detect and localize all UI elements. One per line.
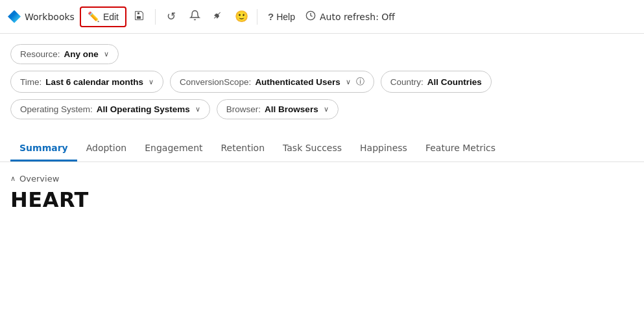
- auto-refresh-label: Auto refresh: Off: [320, 12, 395, 22]
- auto-refresh: Auto refresh: Off: [305, 10, 395, 23]
- browser-chevron-icon: ∨: [324, 105, 329, 113]
- bell-icon: [189, 10, 200, 23]
- tab-engagement[interactable]: Engagement: [136, 136, 211, 161]
- brand: Workbooks: [8, 10, 75, 23]
- conversion-scope-chevron-icon: ∨: [346, 78, 351, 86]
- overview-header[interactable]: ∧ Overview: [10, 174, 634, 184]
- tab-feature-metrics[interactable]: Feature Metrics: [416, 136, 505, 161]
- country-label: Country:: [390, 77, 423, 87]
- resource-filter[interactable]: Resource: Any one ∨: [10, 44, 119, 64]
- country-filter[interactable]: Country: All Countries: [381, 71, 492, 93]
- edit-button[interactable]: ✏️ Edit: [80, 6, 126, 27]
- tabs-bar: Summary Adoption Engagement Retention Ta…: [0, 136, 644, 162]
- resource-chevron-icon: ∨: [104, 50, 109, 58]
- tab-adoption[interactable]: Adoption: [77, 136, 136, 161]
- help-button[interactable]: ? Help: [263, 8, 300, 25]
- tab-retention[interactable]: Retention: [212, 136, 274, 161]
- filter-row-1: Resource: Any one ∨: [10, 44, 634, 64]
- edit-pencil-icon: ✏️: [88, 11, 100, 23]
- help-label: Help: [276, 12, 295, 22]
- time-label: Time:: [20, 77, 42, 87]
- time-value: Last 6 calendar months: [45, 77, 143, 87]
- toolbar-divider-2: [257, 9, 257, 25]
- brand-label: Workbooks: [25, 12, 75, 22]
- overview-label: Overview: [19, 174, 59, 184]
- notification-button[interactable]: [184, 6, 205, 27]
- history-icon: [305, 10, 316, 23]
- edit-label: Edit: [103, 12, 119, 22]
- time-filter[interactable]: Time: Last 6 calendar months ∨: [10, 71, 163, 93]
- save-icon: [134, 10, 145, 23]
- os-label: Operating System:: [20, 104, 93, 114]
- country-value: All Countries: [427, 77, 482, 87]
- save-button[interactable]: [129, 6, 150, 27]
- smiley-button[interactable]: 🙂: [231, 6, 252, 27]
- overview-chevron-icon: ∧: [10, 174, 16, 183]
- filter-row-2: Time: Last 6 calendar months ∨ Conversio…: [10, 71, 634, 93]
- toolbar-divider-1: [155, 9, 156, 25]
- os-chevron-icon: ∨: [195, 105, 200, 113]
- resource-value: Any one: [64, 49, 99, 59]
- os-filter[interactable]: Operating System: All Operating Systems …: [10, 99, 210, 119]
- filter-row-3: Operating System: All Operating Systems …: [10, 99, 634, 119]
- heart-title: HEART: [10, 187, 634, 212]
- question-icon: ?: [268, 11, 274, 22]
- time-chevron-icon: ∨: [149, 78, 154, 86]
- filters-area: Resource: Any one ∨ Time: Last 6 calenda…: [0, 34, 644, 131]
- browser-filter[interactable]: Browser: All Browsers ∨: [217, 99, 339, 119]
- pin-icon: [213, 10, 223, 23]
- smiley-icon: 🙂: [235, 10, 248, 23]
- conversion-scope-label: ConversionScope:: [180, 77, 251, 87]
- tab-summary[interactable]: Summary: [10, 136, 77, 161]
- resource-label: Resource:: [20, 49, 60, 59]
- browser-label: Browser:: [226, 104, 261, 114]
- conversion-scope-value: Authenticated Users: [255, 77, 340, 87]
- azure-icon: [8, 10, 21, 23]
- toolbar: Workbooks ✏️ Edit ↺ 🙂 ? Help Auto refre: [0, 0, 644, 34]
- content-area: ∧ Overview HEART: [0, 162, 644, 222]
- tab-task-success[interactable]: Task Success: [274, 136, 351, 161]
- conversion-scope-filter[interactable]: ConversionScope: Authenticated Users ∨ ⓘ: [170, 71, 374, 93]
- conversion-scope-info-icon[interactable]: ⓘ: [356, 76, 364, 88]
- browser-value: All Browsers: [265, 104, 318, 114]
- reload-button[interactable]: ↺: [161, 6, 182, 27]
- tab-happiness[interactable]: Happiness: [351, 136, 416, 161]
- pin-button[interactable]: [208, 6, 228, 27]
- reload-icon: ↺: [167, 10, 176, 23]
- os-value: All Operating Systems: [97, 104, 190, 114]
